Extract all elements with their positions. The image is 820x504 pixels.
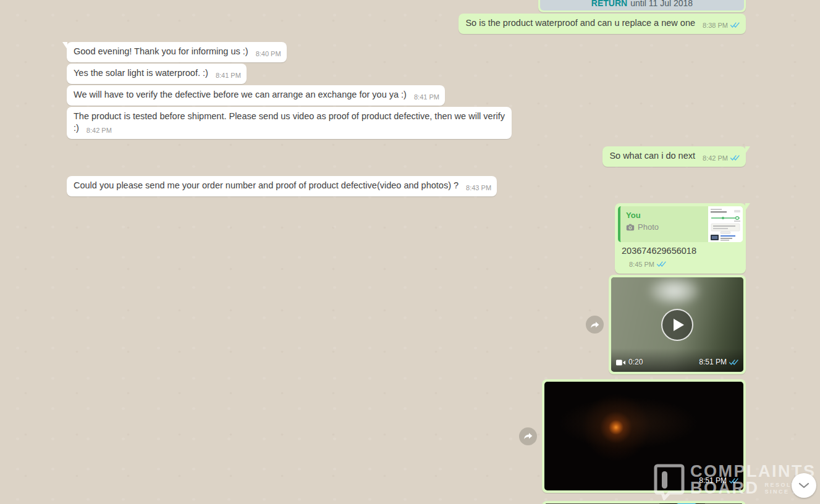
message-time: 8:43 PM [466,182,491,194]
video-camera-icon [616,359,625,366]
quote-author: You [626,211,704,220]
message-time: 8:42 PM [87,125,112,136]
message-row: Yes the solar light is waterproof. :)8:4… [67,64,746,84]
message-bubble-photo-partial [542,501,746,504]
message-time: 8:51 PM [699,475,739,487]
message-row [67,501,746,504]
message-row: So what can i do next8:42 PM [67,146,746,167]
message-time: 8:41 PM [414,91,439,103]
forward-icon [523,432,533,440]
message-bubble-in: The product is tested before shipment. P… [67,107,512,139]
message-time: 8:42 PM [703,153,740,164]
camera-icon [626,224,635,231]
double-check-icon [729,359,739,366]
message-row: We will have to verify the defective bef… [67,85,746,106]
message-text: The product is tested before shipment. P… [74,111,505,133]
forward-button[interactable] [519,427,537,445]
play-icon [674,319,684,331]
message-time: 8:38 PM [703,20,740,32]
double-check-icon [656,261,667,267]
photo-message-image[interactable]: 8:51 PM [544,382,743,490]
return-link[interactable]: RETURN [591,0,627,9]
forward-button[interactable] [586,316,604,334]
message-row: 0:20 8:51 PM [67,275,746,374]
quote-thumbnail [708,206,743,242]
message-bubble-in: Good evening! Thank you for informing us… [67,42,287,62]
message-time: 8:45 PM [629,259,667,271]
message-bubble-in: We will have to verify the defective bef… [67,85,445,106]
message-time: 8:41 PM [216,70,241,82]
message-bubble-video: 0:20 8:51 PM [609,275,746,374]
play-button[interactable] [661,309,693,341]
message-time: 8:40 PM [256,48,281,60]
message-bubble-photo: 8:51 PM [542,379,746,493]
message-text: So is the product waterproof and can u r… [465,18,695,28]
quote-kind: Photo [626,222,704,232]
message-bubble-in: Could you please send me your order numb… [67,176,497,196]
image-fragment: RETURN until 11 Jul 2018 8:38 PM [540,0,744,10]
message-text: Good evening! Thank you for informing us… [74,46,248,56]
message-row: 8:51 PM [67,379,746,493]
message-text: We will have to verify the defective bef… [74,90,407,99]
message-row: The product is tested before shipment. P… [67,107,746,139]
chat-scroll-area[interactable]: RETURN until 11 Jul 2018 8:38 PM So is t… [0,0,820,504]
message-bubble-out: So is the product waterproof and can u r… [459,14,746,34]
message-text: So what can i do next [609,151,695,161]
chevron-down-icon [798,482,809,489]
message-bubble-reply: You Photo [615,203,746,274]
double-check-icon [729,477,739,484]
message-text: 2036746296560188:45 PM [618,242,743,271]
message-bubble-in: Yes the solar light is waterproof. :)8:4… [67,64,247,84]
video-thumbnail[interactable]: 0:20 8:51 PM [611,277,743,372]
message-row: RETURN until 11 Jul 2018 8:38 PM [67,0,746,12]
message-text: Could you please send me your order numb… [74,180,459,190]
message-row: You Photo [67,203,746,274]
video-duration: 0:20 [616,356,643,368]
message-text: Yes the solar light is waterproof. :) [74,68,208,78]
message-row: Could you please send me your order numb… [67,176,746,196]
message-bubble-out: So what can i do next8:42 PM [602,146,746,167]
quote-text-block: You Photo [620,206,708,242]
message-time: 8:51 PM [699,356,739,368]
quoted-message[interactable]: You Photo [618,206,743,242]
message-row: So is the product waterproof and can u r… [67,14,746,34]
message-row: Good evening! Thank you for informing us… [67,42,746,62]
double-check-icon [730,154,740,161]
forward-icon [590,321,600,329]
caption-text: until 11 Jul 2018 [630,0,693,9]
whatsapp-chat-screen: RETURN until 11 Jul 2018 8:38 PM So is t… [0,0,820,504]
scroll-to-bottom-button[interactable] [792,473,816,498]
double-check-icon [730,22,740,28]
message-bubble-image-caption[interactable]: RETURN until 11 Jul 2018 8:38 PM [538,0,746,12]
